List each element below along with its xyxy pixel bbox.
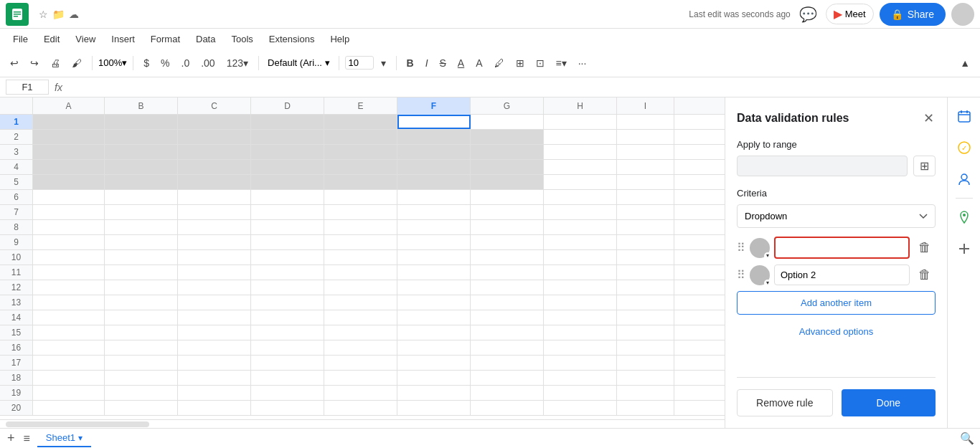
cell-h2[interactable]: [544, 130, 617, 144]
row-num-18[interactable]: 18: [0, 371, 33, 385]
italic-button[interactable]: I: [421, 54, 433, 72]
row-num-14[interactable]: 14: [0, 310, 33, 325]
panel-close-button[interactable]: ✕: [922, 109, 936, 128]
range-input[interactable]: [737, 156, 908, 176]
cell-b5[interactable]: [105, 175, 178, 189]
cell-d4[interactable]: [251, 160, 324, 174]
advanced-options-button[interactable]: Advanced options: [737, 320, 936, 343]
cell-f2[interactable]: [397, 130, 471, 144]
cell-b1[interactable]: [105, 115, 178, 129]
sidebar-add-icon[interactable]: [951, 236, 977, 262]
user-avatar[interactable]: [951, 3, 974, 26]
more-button[interactable]: ···: [574, 54, 591, 72]
row-num-10[interactable]: 10: [0, 250, 33, 264]
cell-e3[interactable]: [324, 145, 397, 159]
cell-e6[interactable]: [324, 190, 397, 204]
cell-d2[interactable]: [251, 130, 324, 144]
cell-g3[interactable]: [471, 145, 544, 159]
font-selector[interactable]: Default (Ari... ▾: [265, 56, 332, 70]
text-color-button[interactable]: A: [471, 54, 486, 72]
number-format-btn[interactable]: 123▾: [222, 54, 253, 72]
borders-button[interactable]: ⊞: [512, 54, 529, 72]
col-header-g[interactable]: G: [471, 97, 544, 115]
bold-button[interactable]: B: [402, 54, 418, 72]
font-size-chevron[interactable]: ▾: [377, 54, 390, 72]
cell-d6[interactable]: [251, 190, 324, 204]
remove-rule-button[interactable]: Remove rule: [737, 389, 833, 416]
redo-button[interactable]: ↪: [26, 54, 43, 72]
cell-g6[interactable]: [471, 190, 544, 204]
add-another-item-button[interactable]: Add another item: [737, 291, 936, 315]
col-header-c[interactable]: C: [178, 97, 251, 115]
cell-g5[interactable]: [471, 175, 544, 189]
cell-e2[interactable]: [324, 130, 397, 144]
cell-a6[interactable]: [33, 190, 105, 204]
menu-edit[interactable]: Edit: [37, 32, 67, 47]
row-num-5[interactable]: 5: [0, 175, 33, 189]
explore-button[interactable]: 🔍: [960, 432, 974, 445]
cell-b3[interactable]: [105, 145, 178, 159]
cell-g1[interactable]: [471, 115, 544, 129]
cell-h4[interactable]: [544, 160, 617, 174]
sheet1-tab[interactable]: Sheet1 ▾: [37, 429, 91, 447]
row-num-12[interactable]: 12: [0, 280, 33, 295]
cell-i2[interactable]: [617, 130, 674, 144]
cell-d3[interactable]: [251, 145, 324, 159]
cell-b4[interactable]: [105, 160, 178, 174]
row-num-2[interactable]: 2: [0, 130, 33, 144]
cell-h1[interactable]: [544, 115, 617, 129]
sidebar-calendar-icon[interactable]: [951, 103, 977, 129]
dec-increase[interactable]: .00: [197, 54, 219, 72]
formula-input[interactable]: [68, 82, 974, 92]
cell-c2[interactable]: [178, 130, 251, 144]
item2-input[interactable]: [774, 264, 910, 285]
delete-item-1-button[interactable]: 🗑: [914, 239, 936, 257]
row-num-1[interactable]: 1: [0, 115, 33, 129]
item1-input[interactable]: [774, 237, 910, 259]
cell-c3[interactable]: [178, 145, 251, 159]
cell-a4[interactable]: [33, 160, 105, 174]
row-num-6[interactable]: 6: [0, 190, 33, 204]
row-num-4[interactable]: 4: [0, 160, 33, 174]
row-num-15[interactable]: 15: [0, 325, 33, 340]
highlight-button[interactable]: 🖊: [490, 54, 509, 72]
cell-e1[interactable]: [324, 115, 397, 129]
cell-a3[interactable]: [33, 145, 105, 159]
cell-g2[interactable]: [471, 130, 544, 144]
done-button[interactable]: Done: [842, 389, 936, 416]
horizontal-scrollbar[interactable]: [0, 419, 725, 428]
drag-handle-2[interactable]: ⠿: [737, 268, 745, 282]
delete-item-2-button[interactable]: 🗑: [914, 266, 936, 284]
cell-e5[interactable]: [324, 175, 397, 189]
scrollbar-thumb-h[interactable]: [6, 421, 149, 427]
col-header-e[interactable]: E: [324, 97, 397, 115]
percent-button[interactable]: %: [156, 54, 174, 72]
row-num-3[interactable]: 3: [0, 145, 33, 159]
row-num-17[interactable]: 17: [0, 356, 33, 370]
font-size-input[interactable]: [345, 56, 374, 70]
menu-view[interactable]: View: [68, 32, 103, 47]
row-num-20[interactable]: 20: [0, 401, 33, 415]
underline-button[interactable]: A: [453, 54, 468, 72]
col-header-i[interactable]: I: [617, 97, 674, 115]
folder-icon[interactable]: 📁: [52, 9, 65, 20]
menu-extensions[interactable]: Extensions: [262, 32, 322, 47]
comments-button[interactable]: 💬: [796, 3, 820, 26]
currency-button[interactable]: $: [139, 54, 154, 72]
cell-c1[interactable]: [178, 115, 251, 129]
drag-handle-1[interactable]: ⠿: [737, 241, 745, 254]
menu-file[interactable]: File: [6, 32, 35, 47]
print-button[interactable]: 🖨: [46, 54, 65, 72]
cell-f3[interactable]: [397, 145, 471, 159]
menu-data[interactable]: Data: [189, 32, 222, 47]
col-header-b[interactable]: B: [105, 97, 178, 115]
cell-reference[interactable]: [6, 80, 49, 95]
row-num-16[interactable]: 16: [0, 340, 33, 355]
star-icon[interactable]: ☆: [39, 9, 48, 20]
cell-h5[interactable]: [544, 175, 617, 189]
sheet-list-button[interactable]: ≡: [22, 431, 32, 447]
cell-f1[interactable]: [397, 115, 471, 129]
cell-c5[interactable]: [178, 175, 251, 189]
menu-insert[interactable]: Insert: [104, 32, 142, 47]
share-button[interactable]: 🔒 Share: [880, 3, 946, 26]
